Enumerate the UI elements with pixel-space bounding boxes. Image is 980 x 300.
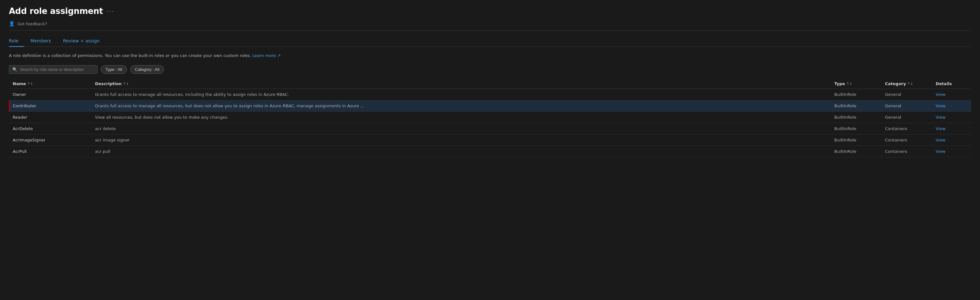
learn-more-link[interactable]: Learn more ↗ [253, 53, 281, 58]
cell-name: Owner [13, 92, 95, 97]
cell-type: BuiltInRole [834, 126, 885, 131]
cell-name: AcrDelete [13, 126, 95, 131]
sort-icon-description[interactable]: ↑↓ [123, 82, 129, 86]
column-header-type: Type ↑↓ [834, 81, 885, 86]
cell-category: Containers [885, 126, 935, 131]
table-row[interactable]: AcrPull acr pull BuiltInRole Containers … [9, 146, 971, 157]
table-container: Name ↑↓ Description ↑↓ Type ↑↓ Category … [9, 79, 971, 157]
cell-category: Containers [885, 138, 935, 143]
table-body: Owner Grants full access to manage all r… [9, 89, 971, 157]
filters-row: 🔍 Type : All Category : All [9, 65, 971, 74]
cell-description: Grants full access to manage all resourc… [95, 103, 834, 108]
column-header-description: Description ↑↓ [95, 81, 834, 86]
page-container: Add role assignment ··· 👤 Got feedback? … [0, 0, 980, 163]
cell-description: acr delete [95, 126, 834, 131]
tab-role[interactable]: Role [9, 36, 24, 46]
feedback-bar: 👤 Got feedback? [9, 21, 971, 31]
description-section: A role definition is a collection of per… [9, 52, 971, 59]
cell-description: acr image signer [95, 138, 834, 143]
cell-category: General [885, 115, 935, 120]
external-link-icon: ↗ [277, 53, 281, 58]
view-link[interactable]: View [935, 138, 967, 143]
cell-type: BuiltInRole [834, 92, 885, 97]
column-header-details: Details [935, 81, 967, 86]
table-header: Name ↑↓ Description ↑↓ Type ↑↓ Category … [9, 79, 971, 89]
cell-category: Containers [885, 149, 935, 154]
sort-icon-name[interactable]: ↑↓ [27, 82, 33, 86]
table-row[interactable]: AcrImageSigner acr image signer BuiltInR… [9, 135, 971, 146]
table-row[interactable]: Reader View all resources, but does not … [9, 112, 971, 123]
page-title: Add role assignment [9, 6, 103, 16]
description-text: A role definition is a collection of per… [9, 53, 251, 58]
sort-icon-category[interactable]: ↑↓ [907, 82, 913, 86]
search-icon: 🔍 [12, 67, 18, 72]
cell-category: General [885, 92, 935, 97]
view-link[interactable]: View [935, 103, 967, 108]
cell-description: acr pull [95, 149, 834, 154]
cell-type: BuiltInRole [834, 103, 885, 108]
cell-description: View all resources, but does not allow y… [95, 115, 834, 120]
more-options-icon[interactable]: ··· [107, 8, 114, 14]
feedback-link[interactable]: Got feedback? [18, 22, 47, 26]
table-row[interactable]: Contributor Grants full access to manage… [9, 100, 971, 112]
view-link[interactable]: View [935, 115, 967, 120]
cell-description: Grants full access to manage all resourc… [95, 92, 834, 97]
cell-category: General [885, 103, 935, 108]
view-link[interactable]: View [935, 149, 967, 154]
tab-members[interactable]: Members [30, 36, 57, 46]
view-link[interactable]: View [935, 126, 967, 131]
cell-name: Contributor [13, 103, 95, 108]
tab-review-assign[interactable]: Review + assign [63, 36, 105, 46]
cell-name: AcrImageSigner [13, 138, 95, 143]
category-filter-button[interactable]: Category : All [130, 65, 164, 74]
view-link[interactable]: View [935, 92, 967, 97]
column-header-name: Name ↑↓ [13, 81, 95, 86]
cell-name: Reader [13, 115, 95, 120]
tabs-bar: Role Members Review + assign [9, 36, 971, 47]
cell-type: BuiltInRole [834, 115, 885, 120]
search-input[interactable] [20, 67, 94, 72]
page-header: Add role assignment ··· [9, 6, 971, 16]
cell-type: BuiltInRole [834, 149, 885, 154]
type-filter-button[interactable]: Type : All [101, 65, 127, 74]
search-box: 🔍 [9, 65, 97, 74]
table-row[interactable]: AcrDelete acr delete BuiltInRole Contain… [9, 123, 971, 135]
feedback-icon: 👤 [9, 21, 15, 27]
sort-icon-type[interactable]: ↑↓ [846, 82, 852, 86]
cell-type: BuiltInRole [834, 138, 885, 143]
table-row[interactable]: Owner Grants full access to manage all r… [9, 89, 971, 100]
cell-name: AcrPull [13, 149, 95, 154]
column-header-category: Category ↑↓ [885, 81, 935, 86]
